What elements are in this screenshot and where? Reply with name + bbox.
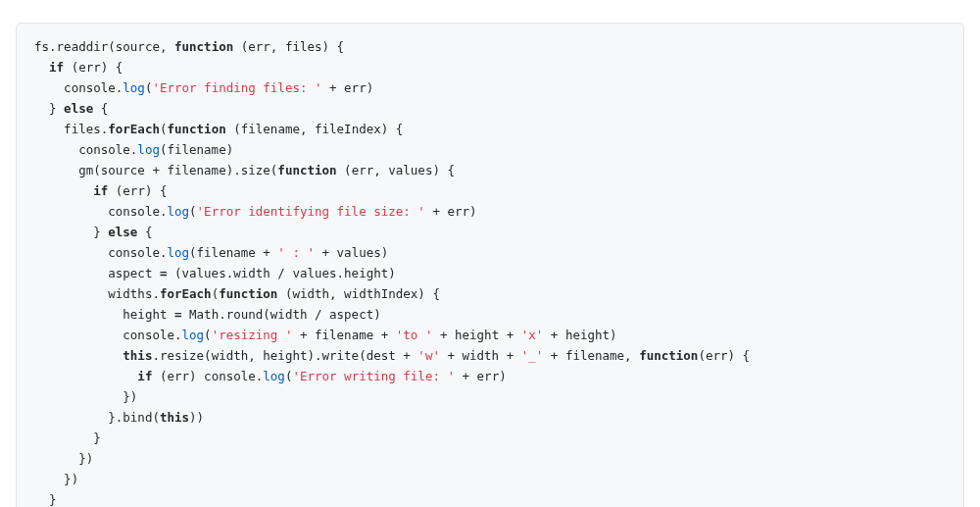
code-token: (filename + bbox=[189, 245, 277, 260]
code-token: if bbox=[137, 369, 152, 383]
code-token: 'Error finding files: ' bbox=[152, 80, 321, 95]
code-token: (values.width / values.height) bbox=[167, 266, 395, 280]
code-token: ( bbox=[204, 328, 212, 342]
code-token: (err) { bbox=[64, 60, 122, 75]
code-token: + err) bbox=[455, 369, 507, 383]
code-token: console. bbox=[34, 204, 167, 219]
code-token: 'Error identifying file size: ' bbox=[197, 204, 425, 219]
code-token: 'to ' bbox=[396, 328, 433, 342]
code-token: (err, files) { bbox=[233, 39, 344, 54]
code-token: this bbox=[122, 348, 152, 363]
code-token: this bbox=[160, 410, 189, 425]
code-token: + width + bbox=[440, 348, 521, 363]
code-token: (err) { bbox=[108, 183, 167, 198]
code-token: else bbox=[108, 225, 137, 239]
code-token: console. bbox=[34, 142, 137, 157]
code-token: console. bbox=[34, 328, 182, 342]
code-token bbox=[34, 369, 137, 383]
code-token bbox=[34, 60, 49, 75]
code-token: + err) bbox=[425, 204, 477, 219]
code-token: log bbox=[122, 80, 145, 95]
code-token: function bbox=[167, 122, 225, 136]
code-token: if bbox=[93, 183, 108, 198]
code-token: + height + bbox=[432, 328, 520, 342]
code-token: = bbox=[174, 307, 182, 322]
code-token: Math.round(width / aspect) bbox=[182, 307, 381, 322]
code-token: function bbox=[174, 39, 233, 54]
code-token: log bbox=[137, 142, 160, 157]
code-token: (err) { bbox=[698, 348, 750, 363]
code-token: (err, values) { bbox=[337, 163, 455, 177]
code-token: + height) bbox=[543, 328, 616, 342]
code-token: + filename, bbox=[543, 348, 639, 363]
code-token: if bbox=[49, 60, 64, 75]
code-token: + filename + bbox=[292, 328, 395, 342]
code-token: console. bbox=[34, 80, 122, 95]
code-block: fs.readdir(source, function (err, files)… bbox=[16, 23, 964, 508]
code-token: fs.readdir(source, bbox=[34, 39, 174, 54]
code-token: } bbox=[34, 101, 64, 116]
code-token: 'Error writing file: ' bbox=[292, 369, 455, 383]
code-content: fs.readdir(source, function (err, files)… bbox=[34, 39, 750, 508]
code-token bbox=[34, 183, 93, 198]
code-token: aspect bbox=[34, 266, 160, 280]
code-token: files. bbox=[34, 122, 108, 136]
code-token: } bbox=[34, 431, 101, 445]
code-token: }) bbox=[34, 451, 93, 466]
code-token: else bbox=[64, 101, 93, 116]
code-token: function bbox=[277, 163, 336, 177]
code-token: } bbox=[34, 225, 108, 239]
code-token: { bbox=[137, 225, 152, 239]
code-token: (err) console. bbox=[152, 369, 263, 383]
code-token: ( bbox=[189, 204, 197, 219]
code-token: 'resizing ' bbox=[212, 328, 293, 342]
code-token: 'w' bbox=[417, 348, 440, 363]
code-token: .resize(width, height).write(dest + bbox=[152, 348, 417, 363]
code-token: gm(source + filename).size( bbox=[34, 163, 277, 177]
code-token: function bbox=[639, 348, 698, 363]
code-token: }.bind( bbox=[34, 410, 160, 425]
code-token: height bbox=[34, 307, 174, 322]
code-token: '_' bbox=[521, 348, 544, 363]
code-token: log bbox=[167, 245, 189, 260]
code-token: console. bbox=[34, 245, 167, 260]
code-token: } bbox=[34, 492, 57, 507]
code-token: ' : ' bbox=[277, 245, 315, 260]
code-token: (width, widthIndex) { bbox=[277, 286, 440, 301]
code-token: (filename, fileIndex) { bbox=[226, 122, 404, 136]
code-token: log bbox=[167, 204, 189, 219]
code-token: function bbox=[219, 286, 277, 301]
code-token: forEach bbox=[160, 286, 212, 301]
code-token: log bbox=[182, 328, 205, 342]
code-token: }) bbox=[34, 472, 78, 486]
code-token bbox=[34, 348, 122, 363]
code-token: }) bbox=[34, 389, 137, 404]
code-token: + err) bbox=[322, 80, 374, 95]
code-token: log bbox=[263, 369, 285, 383]
code-token: + values) bbox=[315, 245, 388, 260]
code-token: 'x' bbox=[521, 328, 544, 342]
code-token: )) bbox=[189, 410, 204, 425]
code-token: widths. bbox=[34, 286, 160, 301]
code-token: { bbox=[93, 101, 108, 116]
code-token: forEach bbox=[108, 122, 160, 136]
code-token: (filename) bbox=[160, 142, 233, 157]
